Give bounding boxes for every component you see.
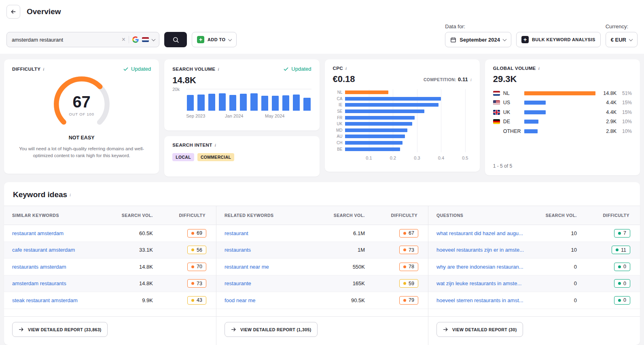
- x-tick-label: 0.5: [462, 156, 468, 160]
- table-footer: VIEW DETAILED REPORT (30): [428, 316, 640, 345]
- difficulty-pill: 67: [399, 229, 418, 238]
- keyword-input[interactable]: [11, 36, 119, 43]
- calendar-icon: [450, 37, 456, 43]
- intent-badge: COMMERCIAL: [197, 153, 234, 161]
- updated-badge: Updated: [283, 66, 311, 72]
- difficulty-pill: 43: [187, 296, 206, 305]
- keyword-link[interactable]: restaurant amsterdam: [4, 230, 119, 236]
- difficulty-pill: 78: [399, 263, 418, 271]
- date-select[interactable]: September 2024: [445, 32, 511, 47]
- difficulty-description: You will need a lot of high-quality refe…: [12, 145, 151, 159]
- view-detailed-report-button[interactable]: VIEW DETAILED REPORT (30): [436, 322, 523, 337]
- difficulty-dot: [618, 282, 621, 285]
- search-volume-cell: 550K: [331, 264, 375, 270]
- report-button-label: VIEW DETAILED REPORT (33,863): [28, 327, 102, 332]
- table-row: hoeveel sterren restaurants in amst...00: [428, 292, 640, 309]
- cpc-x-axis: 0.10.20.30.40.5: [345, 156, 470, 162]
- bulk-analysis-label: BULK KEYWORD ANALYSIS: [532, 37, 595, 42]
- bulk-keyword-analysis-button[interactable]: + BULK KEYWORD ANALYSIS: [516, 32, 601, 47]
- cpc-bar-row: BE: [333, 146, 472, 152]
- difficulty-dot: [191, 265, 194, 268]
- volume-bar: [261, 96, 268, 111]
- search-button[interactable]: [164, 32, 187, 47]
- country-code: US: [503, 100, 521, 105]
- info-icon[interactable]: i: [470, 77, 472, 82]
- view-detailed-report-button[interactable]: VIEW DETAILED REPORT (1,305): [225, 322, 318, 337]
- volume-bar: [229, 95, 236, 111]
- country-volume-row: UK4.4K15%: [493, 107, 632, 117]
- bulk-analysis-icon: +: [521, 36, 529, 43]
- country-code: NL: [503, 90, 521, 96]
- volume-bar: [303, 98, 310, 111]
- keyword-link[interactable]: restaurants amsterdam: [4, 264, 119, 270]
- cpc-bar-row: FR: [333, 114, 472, 121]
- info-icon[interactable]: i: [538, 66, 540, 71]
- difficulty-pill: 0: [614, 263, 630, 271]
- table-row: amsterdam restaurants14.8K73: [4, 276, 216, 292]
- cpc-bar: [345, 141, 403, 145]
- cpc-bar-row: CA: [333, 96, 472, 102]
- us-flag-icon: [493, 100, 500, 105]
- difficulty-pill: 73: [187, 279, 206, 288]
- view-detailed-report-button[interactable]: VIEW DETAILED REPORT (33,863): [12, 322, 108, 337]
- global-volume-title: GLOBAL VOLUMEi: [493, 66, 540, 71]
- search-volume-cell: 165K: [331, 280, 375, 286]
- keyword-link[interactable]: what restaurant did hazel and augu...: [428, 230, 543, 236]
- keyword-link[interactable]: restaurant: [216, 230, 331, 236]
- search-volume-cell: 90.5K: [331, 297, 375, 303]
- difficulty-pill: 0: [614, 279, 630, 288]
- column-header: SEARCH VOL.: [119, 213, 163, 218]
- volume-bar: [197, 95, 204, 111]
- global-volume-rows: NL14.8K51%US4.4K15%UK4.4K15%DE2.9K10%OTH…: [493, 88, 632, 136]
- keyword-link[interactable]: wat zijn leuke restaurants in amste...: [428, 280, 543, 286]
- keyword-link[interactable]: steak restaurant amsterdam: [4, 297, 119, 303]
- search-volume-cell: 33.1K: [119, 247, 163, 253]
- table-row: restaurants1M73: [216, 242, 428, 259]
- search-icon: [172, 36, 179, 43]
- keyword-link[interactable]: restaurant near me: [216, 264, 331, 270]
- difficulty-dot: [191, 232, 194, 235]
- pagination-text: 1 - 5 of 5: [493, 163, 632, 169]
- country-volume-bar: [524, 120, 538, 124]
- add-to-label: ADD TO: [208, 37, 225, 42]
- cpc-bar: [345, 147, 400, 151]
- country-label: CH: [333, 141, 343, 145]
- back-button[interactable]: [6, 5, 20, 19]
- clear-icon[interactable]: ×: [122, 36, 125, 43]
- volume-bar: [282, 95, 289, 111]
- column-header: DIFFICULTY: [375, 213, 428, 218]
- divider: [129, 36, 129, 43]
- info-icon[interactable]: i: [345, 66, 347, 71]
- column-header: QUESTIONS: [428, 213, 543, 218]
- keyword-table-group: SIMILAR KEYWORDSSEARCH VOL.DIFFICULTYres…: [4, 206, 216, 345]
- info-icon[interactable]: i: [215, 143, 216, 147]
- keyword-link[interactable]: cafe restaurant amsterdam: [4, 247, 119, 253]
- currency-select[interactable]: € EUR: [606, 32, 638, 47]
- difficulty-dot: [191, 248, 194, 251]
- difficulty-pill: 69: [187, 229, 206, 238]
- keyword-link[interactable]: amsterdam restaurants: [4, 280, 119, 286]
- chevron-down-icon[interactable]: [152, 37, 156, 41]
- keyword-link[interactable]: hoeveel restaurants zijn er in amste...: [428, 247, 543, 253]
- country-label: MD: [333, 128, 343, 133]
- table-row: restaurants amsterdam14.8K70: [4, 259, 216, 276]
- cpc-bar-row: CH: [333, 140, 472, 146]
- cpc-bar-row: SE: [333, 108, 472, 115]
- table-row: restaurant near me550K78: [216, 259, 428, 276]
- table-row: why are there indonesian restauran...00: [428, 259, 640, 276]
- add-to-button[interactable]: + ADD TO: [192, 32, 237, 47]
- check-icon: [123, 66, 129, 72]
- difficulty-dot: [618, 232, 621, 235]
- country-label: BE: [333, 147, 343, 151]
- keyword-link[interactable]: why are there indonesian restauran...: [428, 264, 543, 270]
- info-icon[interactable]: i: [70, 192, 71, 197]
- difficulty-level: NOT EASY: [12, 135, 151, 141]
- keyword-link[interactable]: restaurants: [216, 247, 331, 253]
- difficulty-pill: 59: [399, 279, 418, 288]
- search-volume-cell: 0: [543, 297, 587, 303]
- keyword-link[interactable]: restaurante: [216, 280, 331, 286]
- keyword-link[interactable]: food near me: [216, 297, 331, 303]
- info-icon[interactable]: i: [43, 67, 44, 72]
- keyword-link[interactable]: hoeveel sterren restaurants in amst...: [428, 297, 543, 303]
- info-icon[interactable]: i: [218, 67, 219, 72]
